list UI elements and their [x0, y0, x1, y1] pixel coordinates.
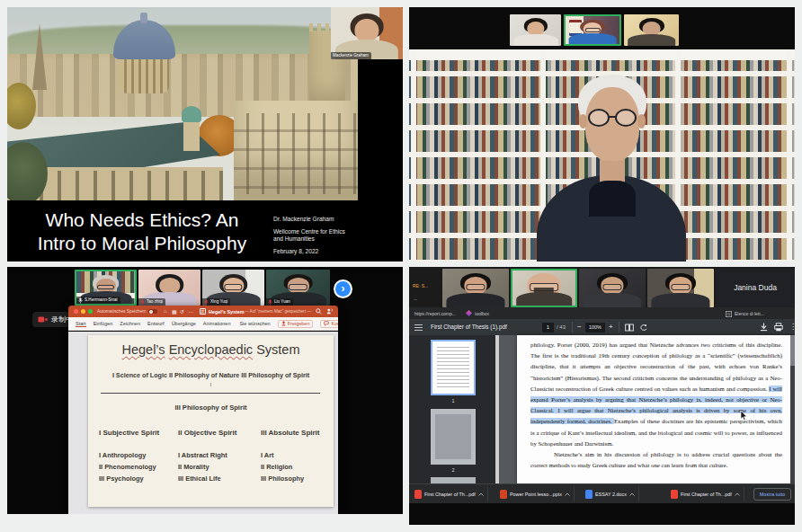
tab-zeichnen[interactable]: Zeichnen — [120, 321, 140, 326]
minimize-window-button[interactable] — [81, 309, 85, 314]
participant-tile-tao[interactable]: Tao zhiqi — [138, 270, 200, 306]
shelf-upright — [787, 49, 792, 262]
bottom-strip — [7, 514, 403, 525]
mic-muted-icon — [204, 299, 209, 306]
download-chip-2[interactable]: Power Point lesso...pptx — [496, 487, 575, 501]
participant-tile-3[interactable] — [624, 14, 679, 46]
participant-avatar — [512, 270, 575, 306]
comments-button[interactable]: Kommentare — [320, 320, 338, 328]
participant-tile-b-active[interactable] — [511, 269, 577, 307]
chevron-up-icon[interactable] — [478, 492, 484, 496]
chevron-up-icon[interactable] — [565, 492, 570, 496]
zoom-window-button[interactable] — [88, 309, 93, 314]
participant-tile-1[interactable] — [510, 14, 561, 46]
sidebar-scrollbar[interactable] — [495, 335, 499, 483]
reading-list-icon — [726, 311, 732, 317]
pdf-file-icon — [671, 490, 678, 499]
hills — [7, 25, 358, 58]
bookmark-toolbox-link[interactable]: toolbox — [475, 311, 489, 316]
tab-animationen[interactable]: Animationen — [203, 321, 231, 326]
slide-title-block: Who Needs Ethics? An Intro to Moral Phil… — [18, 208, 266, 255]
zoom-in-button[interactable]: + — [609, 323, 613, 331]
participant-tile-herrmann[interactable]: S.Herrmann-Sinai — [75, 270, 137, 306]
participant-tile-xing[interactable]: Xing Yuqi — [202, 270, 264, 306]
lecture-title-line1: Who Needs Ethics? An — [18, 208, 266, 232]
col3-heading: III Absolute Spirit — [261, 427, 319, 439]
search-icon[interactable] — [316, 308, 322, 315]
share-button[interactable]: Freigeben — [278, 320, 314, 328]
panel-thesis-review: RE: S... → – ▢ Janina Duda https: — [409, 267, 795, 525]
chevron-up-icon[interactable] — [735, 492, 740, 496]
record-camera-icon — [38, 315, 48, 324]
ellipsis-icon[interactable]: ⋯ — [188, 308, 193, 315]
slide-top-line: I Science of Logic II Philosophy of Natu… — [88, 371, 334, 379]
participant-tile-c[interactable] — [579, 269, 646, 307]
more-vertical-icon[interactable]: ⋮ — [789, 323, 795, 331]
close-window-button[interactable] — [74, 309, 78, 314]
tell-me-label[interactable]: Sie wünschen — [239, 321, 270, 326]
participant-tile-d[interactable] — [647, 269, 714, 307]
share-user-icon[interactable] — [326, 308, 333, 315]
tab-einfuegen[interactable]: Einfügen — [94, 321, 113, 326]
participant-name-label: Tao zhiqi — [138, 298, 165, 306]
main-speaker-video — [409, 49, 795, 262]
tab-entwurf[interactable]: Entwurf — [147, 321, 165, 326]
forward-arrow-icon[interactable]: → — [413, 297, 418, 302]
taskbar-strip — [409, 503, 795, 525]
browser-tab-label[interactable]: RE: S... — [413, 283, 428, 288]
right-building-windows — [234, 113, 358, 194]
participant-tile-janina-video-off[interactable]: Janina Duda — [716, 269, 795, 307]
fit-page-icon[interactable] — [625, 324, 634, 332]
autosave-toggle[interactable] — [148, 309, 157, 314]
powerpoint-window: Automatisches Speichern ⌂ ▦ ↺ ⋯ P Hegel'… — [68, 306, 338, 514]
lecture-title-line2: Intro to Moral Philosophy — [18, 232, 266, 255]
participant-tile-2-active[interactable] — [564, 14, 621, 46]
undo-icon[interactable]: ↺ — [180, 308, 184, 315]
tab-start[interactable]: Start — [76, 321, 86, 327]
pdf-content: 1 2 philology. Porter (2000, 2019) has a… — [409, 335, 795, 483]
mic-muted-icon — [140, 299, 145, 306]
zoom-out-button[interactable]: − — [577, 323, 582, 331]
participant-tile-liu[interactable]: Liu Yuan — [266, 270, 330, 306]
sidebar-toggle-icon[interactable] — [414, 324, 423, 331]
slide-title: Hegel’s Encyclopaedic System — [88, 342, 334, 357]
credit-date: February 8, 2022 — [273, 248, 381, 255]
credit-org1: Wellcome Centre for Ethics — [273, 228, 381, 235]
participant-avatar — [579, 269, 646, 307]
col1-items: I Anthropology II Phenomenology III Psyc… — [99, 449, 156, 484]
bookmark-report-link[interactable]: https://report.comp... — [414, 311, 456, 316]
print-icon[interactable] — [774, 323, 783, 332]
ppt-titlebar: Automatisches Speichern ⌂ ▦ ↺ ⋯ P Hegel'… — [68, 306, 338, 317]
share-arrow-icon — [281, 321, 286, 326]
zoom-level-input[interactable]: 100% — [585, 323, 605, 332]
toolbar-divider — [572, 322, 573, 332]
show-all-downloads-button[interactable]: Mostra tutto — [753, 488, 791, 501]
scholar-ear-left — [579, 114, 587, 129]
page-thumbnail-2[interactable] — [431, 409, 476, 465]
scholar-ear-right — [637, 114, 646, 129]
participant-name-label: Janina Duda — [716, 283, 795, 292]
gallery-next-button[interactable]: › — [335, 281, 351, 297]
page-thumbnail-1-selected[interactable] — [431, 340, 476, 395]
tab-uebergaenge[interactable]: Übergänge — [172, 321, 196, 326]
chevron-up-icon[interactable] — [629, 492, 635, 496]
rotate-icon[interactable] — [639, 324, 648, 332]
home-icon[interactable]: ⌂ — [164, 308, 167, 314]
page-number-input[interactable]: 1 — [542, 323, 554, 332]
grid-icon[interactable]: ▦ — [172, 308, 177, 315]
participant-tile-a[interactable] — [442, 269, 509, 307]
col3-items: I Art II Religion III Philosophy — [261, 449, 304, 484]
download-chip-3[interactable]: ESSAY 2.docx — [582, 487, 639, 501]
glasses-bridge — [609, 116, 616, 118]
pdf-filename: First Chapter of Thesis (1).pdf — [431, 324, 507, 330]
download-icon[interactable] — [760, 323, 768, 332]
downloads-bar: First Chapter of Th...pdf Power Point le… — [409, 483, 795, 503]
page-thumbnail-3-partial[interactable] — [431, 477, 476, 483]
reading-list-label[interactable]: Elenco di lett... — [735, 311, 764, 316]
download-chip-4[interactable]: First Chapter of Th...pdf — [667, 487, 744, 501]
speaker-video-tile[interactable]: Mackenzie Graham — [331, 7, 403, 59]
page-scrollbar[interactable] — [790, 335, 795, 483]
comment-bubble-icon — [324, 321, 329, 326]
download-chip-1[interactable]: First Chapter of Th...pdf — [411, 487, 488, 501]
ppt-canvas: Hegel’s Encyclopaedic System I Science o… — [68, 332, 338, 514]
